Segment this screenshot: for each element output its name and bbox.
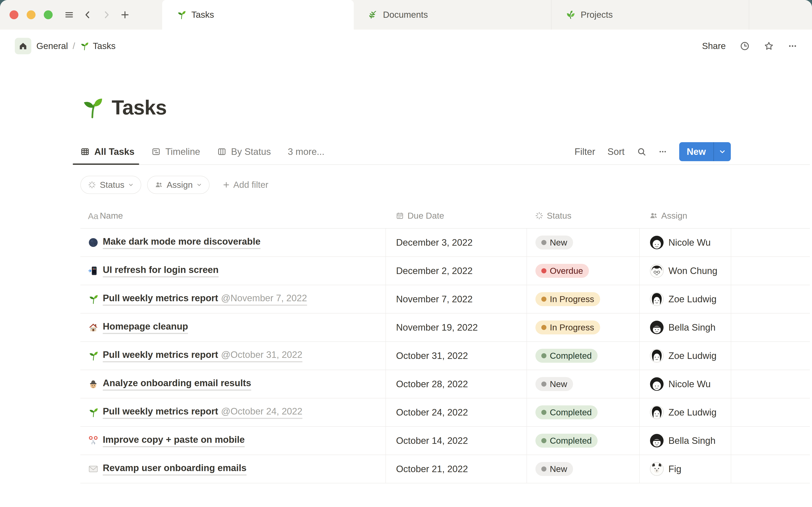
due-date: October 14, 2022	[396, 435, 468, 446]
tasks-table: Aa Name Due Date Status Assign Make dark…	[80, 203, 810, 483]
breadcrumb-workspace[interactable]: General	[36, 41, 68, 51]
view-tab-timeline[interactable]: Timeline	[151, 139, 200, 164]
task-title: Improve copy + paste on mobile	[103, 434, 245, 445]
due-date: October 28, 2022	[396, 379, 468, 389]
assignee-cell[interactable]: Nicole Wu	[639, 370, 731, 398]
task-name-cell[interactable]: Homepage cleanup	[80, 314, 386, 341]
page-title[interactable]: Tasks	[112, 96, 167, 119]
filter-chip-status[interactable]: Status	[80, 176, 141, 194]
search-button[interactable]	[637, 147, 646, 156]
assignee-cell[interactable]: Bella Singh	[639, 314, 731, 341]
due-date-cell[interactable]: October 14, 2022	[386, 427, 526, 455]
status-cell[interactable]: New	[526, 455, 639, 483]
sidebar-menu-button[interactable]	[63, 8, 76, 21]
herb-icon	[368, 10, 378, 20]
task-name-cell[interactable]: Pull weekly metrics report @October 31, …	[80, 342, 386, 370]
due-date-cell[interactable]: October 28, 2022	[386, 370, 526, 398]
status-label: Overdue	[550, 266, 583, 276]
assignee-cell[interactable]: Bella Singh	[639, 427, 731, 455]
status-badge: In Progress	[536, 292, 600, 306]
chevron-down-icon	[719, 148, 726, 155]
task-name-cell[interactable]: UI refresh for login screen	[80, 257, 386, 285]
view-tabs-bar: All Tasks Timeline By Status 3 more... F…	[80, 139, 810, 165]
due-date-cell[interactable]: October 31, 2022	[386, 342, 526, 370]
assignee-cell[interactable]: Zoe Ludwig	[639, 285, 731, 313]
assignee-cell[interactable]: Won Chung	[639, 257, 731, 285]
due-date-cell[interactable]: December 3, 2022	[386, 229, 526, 257]
search-icon	[637, 147, 646, 156]
status-cell[interactable]: Completed	[526, 342, 639, 370]
page-more-button[interactable]	[788, 41, 797, 51]
table-row: Homepage cleanup November 19, 2022 In Pr…	[80, 314, 810, 342]
view-tab-all-tasks[interactable]: All Tasks	[80, 139, 135, 164]
burst-icon	[88, 181, 96, 189]
status-badge: In Progress	[536, 321, 600, 334]
task-name-cell[interactable]: Analyze onboarding email results	[80, 370, 386, 398]
home-button[interactable]	[15, 38, 31, 54]
assignee-cell[interactable]: Zoe Ludwig	[639, 398, 731, 426]
window-tab-projects[interactable]: Projects	[552, 0, 749, 30]
assignee-cell[interactable]: Fig	[639, 455, 731, 483]
column-header-assign[interactable]: Assign	[639, 211, 731, 221]
view-tab-more[interactable]: 3 more...	[288, 139, 324, 164]
column-header-status[interactable]: Status	[526, 211, 639, 221]
status-cell[interactable]: In Progress	[526, 285, 639, 313]
add-filter-button[interactable]: Add filter	[223, 180, 268, 190]
assignee-cell[interactable]: Zoe Ludwig	[639, 342, 731, 370]
window-tab-tasks[interactable]: Tasks	[162, 0, 354, 30]
column-header-due-date[interactable]: Due Date	[386, 211, 526, 221]
column-header-name[interactable]: Aa Name	[80, 211, 386, 221]
seedling-icon	[88, 407, 99, 418]
task-name-cell[interactable]: Improve copy + paste on mobile	[80, 427, 386, 455]
due-date-cell[interactable]: November 19, 2022	[386, 314, 526, 341]
task-name-cell[interactable]: Revamp user onboarding emails	[80, 455, 386, 483]
seedling-icon	[80, 41, 89, 51]
view-more-button[interactable]	[658, 148, 667, 156]
aa-icon: Aa	[88, 212, 96, 220]
chevron-right-icon	[102, 10, 111, 19]
assignee-cell[interactable]: Nicole Wu	[639, 229, 731, 257]
status-cell[interactable]: New	[526, 229, 639, 257]
filter-chip-assign[interactable]: Assign	[147, 176, 210, 194]
forward-button[interactable]	[100, 8, 113, 21]
sort-button[interactable]: Sort	[608, 147, 625, 157]
history-button[interactable]	[740, 41, 750, 51]
due-date-cell[interactable]: October 24, 2022	[386, 398, 526, 426]
task-name-cell[interactable]: Pull weekly metrics report @November 7, …	[80, 285, 386, 313]
status-cell[interactable]: Completed	[526, 398, 639, 426]
due-date-cell[interactable]: October 21, 2022	[386, 455, 526, 483]
assignee-name: Bella Singh	[668, 322, 716, 333]
column-header-label: Status	[547, 211, 571, 221]
task-name-cell[interactable]: Pull weekly metrics report @October 24, …	[80, 398, 386, 426]
avatar	[650, 235, 664, 249]
filter-button[interactable]: Filter	[574, 147, 595, 157]
task-name-cell[interactable]: Make dark mode more discoverable	[80, 229, 386, 257]
status-dot	[541, 382, 546, 387]
status-cell[interactable]: Overdue	[526, 257, 639, 285]
window-tab-documents[interactable]: Documents	[354, 0, 552, 30]
task-title: Analyze onboarding email results	[103, 378, 251, 388]
view-tab-by-status[interactable]: By Status	[217, 139, 271, 164]
clock-icon	[740, 41, 750, 51]
status-cell[interactable]: In Progress	[526, 314, 639, 341]
avatar	[650, 405, 664, 419]
minimize-button[interactable]	[27, 10, 36, 19]
new-dropdown-button[interactable]	[714, 142, 731, 161]
back-button[interactable]	[81, 8, 94, 21]
status-label: Completed	[550, 407, 592, 417]
status-dot	[541, 268, 546, 273]
favorite-button[interactable]	[764, 41, 774, 51]
share-button[interactable]: Share	[702, 41, 726, 51]
zoom-button[interactable]	[44, 10, 53, 19]
new-tab-button[interactable]	[118, 8, 132, 21]
breadcrumb-page[interactable]: Tasks	[80, 41, 115, 51]
new-button[interactable]: New	[679, 142, 731, 161]
table-row: Revamp user onboarding emails October 21…	[80, 455, 810, 483]
detective-icon	[88, 379, 99, 389]
due-date-cell[interactable]: November 7, 2022	[386, 285, 526, 313]
due-date-cell[interactable]: December 2, 2022	[386, 257, 526, 285]
envelope-icon	[88, 464, 99, 474]
status-cell[interactable]: Completed	[526, 427, 639, 455]
status-cell[interactable]: New	[526, 370, 639, 398]
close-button[interactable]	[9, 10, 18, 19]
